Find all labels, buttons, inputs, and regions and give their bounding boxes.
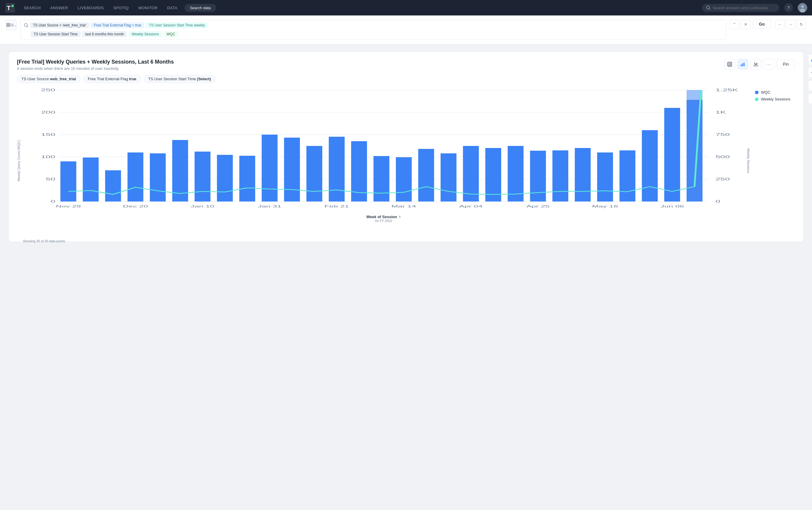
chart-title: [Free Trial] Weekly Queries + Weekly Ses…	[17, 59, 724, 65]
chart-view-button[interactable]	[737, 59, 748, 69]
svg-text:0: 0	[716, 199, 720, 203]
svg-text:T: T	[7, 5, 10, 11]
search-up-button[interactable]: ⌃	[730, 20, 739, 29]
chart-title-area: [Free Trial] Weekly Queries + Weekly Ses…	[17, 59, 724, 71]
datapoints-label: Showing 30 of 30 data points	[23, 239, 65, 243]
nav-monitor[interactable]: MONITOR	[135, 4, 161, 12]
svg-text:Feb 21: Feb 21	[324, 204, 349, 208]
sidebar-toggle-button[interactable]: G...	[6, 20, 17, 30]
table-view-button[interactable]	[724, 59, 735, 69]
back-button[interactable]: ←	[775, 20, 785, 29]
svg-rect-51	[195, 151, 210, 201]
svg-text:750: 750	[716, 133, 730, 136]
global-search-input[interactable]	[713, 6, 772, 10]
search-token-session-start[interactable]: TS User Session Start Time	[31, 31, 81, 37]
svg-rect-57	[329, 137, 345, 201]
search-input-area[interactable]: TS User Source = 'web_free_trial' Free T…	[20, 20, 726, 40]
search-token-session-time[interactable]: TS User Session Start Time weekly	[146, 22, 208, 28]
right-sidebar: i	[808, 52, 812, 106]
legend-wqc-dot	[755, 91, 758, 94]
search-token-months[interactable]: last 6 months this month	[82, 31, 127, 37]
search-token-wqc[interactable]: WQC	[164, 31, 178, 37]
svg-rect-53	[239, 156, 255, 201]
lightning-button[interactable]	[808, 93, 812, 104]
svg-rect-24	[742, 63, 743, 66]
chart-svg: 250 200 150 100 50 0 1.25K 1K 750 500 25…	[23, 87, 744, 212]
filter-chip-session-time[interactable]: TS User Session Start Time (Select)	[144, 75, 215, 83]
svg-rect-26	[754, 65, 758, 66]
svg-rect-66	[530, 151, 546, 201]
svg-text:Apr 04: Apr 04	[459, 204, 483, 208]
search-controls: ⌃ ✕ Go	[730, 20, 772, 29]
more-options-button[interactable]: ···	[763, 59, 774, 69]
filter-chip-flag[interactable]: Free Trial External Flag true	[84, 75, 141, 83]
svg-rect-71	[642, 130, 658, 201]
pin-button[interactable]: Pin	[777, 60, 795, 69]
filter-chip-source[interactable]: TS User Source web_free_trial	[17, 75, 81, 83]
info-button[interactable]: i	[808, 80, 812, 91]
nav-search[interactable]: SEARCH	[20, 4, 44, 12]
svg-rect-68	[575, 148, 590, 201]
nav-spotiq[interactable]: SPOTIQ	[110, 4, 132, 12]
chart-container: Weekly Query Count (WQC) 250 200	[17, 87, 795, 234]
svg-rect-52	[217, 155, 233, 201]
nav-liveboards[interactable]: LIVEBOARDS	[74, 4, 107, 12]
svg-rect-10	[6, 26, 10, 27]
chart-legend: WQC Weekly Sessions	[750, 87, 795, 234]
forward-button[interactable]: →	[786, 20, 795, 29]
x-axis-label: Week of Session	[367, 215, 397, 219]
nav-data[interactable]: DATA	[164, 4, 181, 12]
y-axis-right-label: Weekly Sessions	[744, 87, 750, 234]
svg-text:Apr 25: Apr 25	[526, 204, 550, 208]
svg-text:Dec 20: Dec 20	[123, 204, 148, 208]
share-button[interactable]	[751, 59, 761, 69]
search-token-source[interactable]: TS User Source = 'web_free_trial'	[30, 22, 89, 28]
search-area: G... TS User Source = 'web_free_trial' F…	[0, 16, 812, 44]
svg-text:Jun 06: Jun 06	[660, 204, 684, 208]
chart-type-button[interactable]	[808, 54, 812, 65]
svg-line-4	[709, 9, 710, 9]
go-button[interactable]: Go	[752, 20, 772, 29]
global-search-icon	[706, 6, 710, 10]
svg-text:150: 150	[41, 133, 56, 136]
search-token-flag[interactable]: Free Trial External Flag = true	[91, 22, 144, 28]
x-axis-sublabel: for FY 2022	[375, 219, 392, 223]
svg-text:Mar 14: Mar 14	[392, 204, 416, 208]
search-token-weekly-sessions[interactable]: Weekly Sessions	[129, 31, 162, 37]
svg-text:50: 50	[46, 177, 55, 181]
logo[interactable]: T	[5, 2, 16, 13]
nav-answer[interactable]: ANSWER	[47, 4, 71, 12]
search-data-button[interactable]: Search data	[184, 4, 216, 12]
svg-rect-55	[284, 138, 300, 201]
svg-rect-64	[485, 148, 501, 201]
search-clear-button[interactable]: ✕	[741, 20, 751, 29]
nav-history-buttons: ← → ↻	[775, 20, 806, 29]
svg-text:200: 200	[41, 110, 56, 114]
chart-inner: 250 200 150 100 50 0 1.25K 1K 750 500 25…	[23, 87, 744, 234]
refresh-button[interactable]: ↻	[796, 20, 806, 29]
help-button[interactable]: ?	[784, 3, 793, 12]
svg-rect-50	[172, 140, 188, 201]
legend-wqc-label: WQC	[761, 90, 771, 94]
svg-rect-56	[307, 146, 322, 201]
svg-rect-69	[597, 152, 613, 201]
chart-card: i [Free Trial] Weekly Queries + Weekly S…	[8, 51, 804, 242]
sort-icon[interactable]: ↑	[399, 214, 401, 219]
svg-text:250: 250	[41, 88, 56, 92]
svg-rect-61	[418, 149, 434, 201]
avatar-image	[798, 3, 807, 12]
stack-icon	[6, 23, 10, 27]
svg-rect-65	[508, 146, 523, 201]
svg-rect-67	[553, 150, 568, 201]
svg-rect-25	[744, 63, 745, 66]
svg-text:0: 0	[51, 199, 55, 203]
svg-rect-72	[664, 108, 680, 201]
settings-button[interactable]	[808, 67, 812, 78]
main-content: i [Free Trial] Weekly Queries + Weekly S…	[0, 44, 812, 249]
svg-rect-54	[262, 135, 277, 201]
legend-sessions-dot	[755, 97, 758, 101]
user-avatar[interactable]	[798, 3, 807, 12]
search-input-icon	[24, 23, 28, 27]
filter-chips: TS User Source web_free_trial Free Trial…	[17, 75, 795, 83]
svg-rect-47	[105, 170, 121, 201]
